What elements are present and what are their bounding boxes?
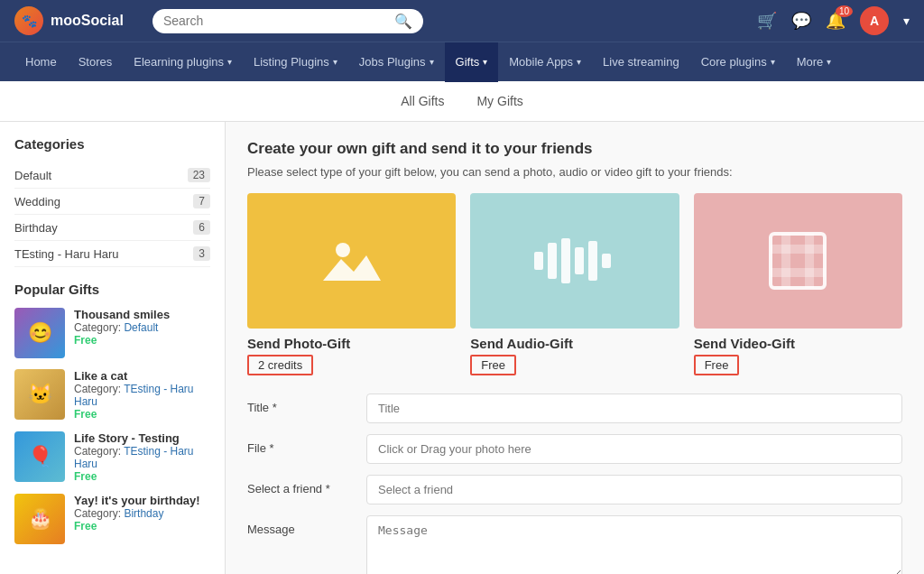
gift-category-cat: Category: TEsting - Haru Haru [74,383,210,408]
sub-tabs: All Gifts My Gifts [0,81,924,122]
category-item-default[interactable]: Default 23 [14,162,210,189]
gift-type-video[interactable]: Send Video-Gift Free [694,193,902,375]
nav-item-more[interactable]: More ▾ [786,42,843,82]
nav-item-home[interactable]: Home [14,42,68,82]
video-gift-price: Free [694,355,740,375]
svg-rect-2 [534,252,543,270]
avatar[interactable]: A [860,6,889,35]
photo-preview [247,193,456,329]
cart-icon[interactable]: 🛒 [757,11,777,31]
nav-item-jobs[interactable]: Jobs Plugins ▾ [348,42,445,82]
nav-item-gifts[interactable]: Gifts ▾ [445,42,499,82]
top-bar-right: 🛒 💬 🔔 10 A ▾ [757,6,910,35]
gift-thumb-bday: 🎂 [14,494,65,544]
gift-name-cat: Like a cat [74,369,210,383]
svg-rect-9 [771,245,825,254]
nav-item-elearning[interactable]: Elearning plugins ▾ [123,42,243,82]
form-file-group: File * [247,434,902,464]
gift-thumb-life: 🎈 [14,431,65,482]
gift-price-bday: Free [74,520,200,532]
svg-point-0 [336,243,350,257]
notification-badge: 10 [836,5,853,17]
list-item: 🎈 Life Story - Testing Category: TEsting… [14,431,210,483]
svg-rect-6 [588,241,597,281]
search-bar: 🔍 [152,9,423,33]
gift-thumb-cat: 🐱 [14,369,65,420]
logo-area: 🐾 mooSocial [14,6,124,35]
category-item-testing[interactable]: TEsting - Haru Haru 3 [14,241,210,267]
notification-icon[interactable]: 🔔 10 [826,11,845,31]
message-label: Message [247,515,356,536]
avatar-dropdown-arrow[interactable]: ▾ [903,14,910,28]
gift-name-bday: Yay! it's your birthday! [74,494,200,507]
message-textarea[interactable] [366,515,902,574]
video-gift-name: Send Video-Gift [694,336,902,351]
photo-gift-name: Send Photo-Gift [247,336,456,351]
svg-rect-7 [602,254,611,268]
category-item-wedding[interactable]: Wedding 7 [14,189,210,215]
nav-item-coreplugins[interactable]: Core plugins ▾ [690,42,786,82]
nav-item-livestreaming[interactable]: Live streaming [592,42,690,82]
gift-category-smiles: Category: Default [74,321,170,334]
nav-menu: Home Stores Elearning plugins ▾ Listing … [0,42,924,81]
gift-category-bday: Category: Birthday [74,507,200,520]
svg-rect-5 [575,247,584,274]
gift-type-row: Send Photo-Gift 2 credits Send Audio-Gif… [247,193,902,375]
friend-label: Select a friend * [247,475,356,495]
svg-marker-1 [323,255,381,281]
svg-rect-4 [561,238,570,283]
form-friend-group: Select a friend * [247,475,902,505]
main-layout: Categories Default 23 Wedding 7 Birthday… [0,122,924,574]
tab-my-gifts[interactable]: My Gifts [469,90,530,112]
audio-gift-name: Send Audio-Gift [470,336,679,351]
categories-title: Categories [14,136,210,152]
svg-rect-12 [805,234,814,288]
tab-all-gifts[interactable]: All Gifts [393,90,451,112]
category-item-birthday[interactable]: Birthday 6 [14,215,210,241]
top-bar: 🐾 mooSocial 🔍 🛒 💬 🔔 10 A ▾ [0,0,924,42]
page-title: Create your own gift and send it to your… [247,140,902,158]
title-label: Title * [247,393,356,414]
gift-price-smiles: Free [74,334,170,347]
gift-category-life: Category: TEsting - Haru Haru [74,445,210,470]
nav-item-listing[interactable]: Listing Plugins ▾ [243,42,348,82]
audio-preview [470,193,679,329]
gift-price-life: Free [74,470,210,483]
gift-name-smiles: Thousand smiles [74,308,170,321]
gift-type-photo[interactable]: Send Photo-Gift 2 credits [247,193,456,375]
list-item: 😊 Thousand smiles Category: Default Free [14,308,210,358]
form-message-group: Message [247,515,902,574]
search-input[interactable] [163,14,394,28]
svg-rect-8 [771,234,825,288]
gift-type-audio[interactable]: Send Audio-Gift Free [470,193,679,375]
form-title-group: Title * [247,393,902,423]
nav-item-mobile[interactable]: Mobile Apps ▾ [498,42,592,82]
photo-gift-price: 2 credits [247,355,313,375]
chat-icon[interactable]: 💬 [791,11,811,31]
list-item: 🐱 Like a cat Category: TEsting - Haru Ha… [14,369,210,421]
svg-rect-3 [548,243,557,279]
title-input[interactable] [366,393,902,423]
sidebar: Categories Default 23 Wedding 7 Birthday… [0,122,226,574]
friend-input[interactable] [366,475,902,505]
logo-icon: 🐾 [14,6,43,35]
file-label: File * [247,434,356,455]
gift-thumb-smiles: 😊 [14,308,65,358]
svg-rect-11 [781,234,790,288]
gift-name-life: Life Story - Testing [74,431,210,445]
search-button[interactable]: 🔍 [394,13,412,30]
logo-text: mooSocial [51,13,124,29]
nav-item-stores[interactable]: Stores [68,42,124,82]
list-item: 🎂 Yay! it's your birthday! Category: Bir… [14,494,210,544]
audio-gift-price: Free [470,355,516,375]
content-area: Create your own gift and send it to your… [226,122,924,574]
popular-gifts-title: Popular Gifts [14,282,210,297]
file-input[interactable] [366,434,902,464]
svg-rect-10 [771,268,825,277]
gift-price-cat: Free [74,408,210,421]
content-subtitle: Please select type of your gift below, y… [247,165,902,179]
video-preview [694,193,902,329]
